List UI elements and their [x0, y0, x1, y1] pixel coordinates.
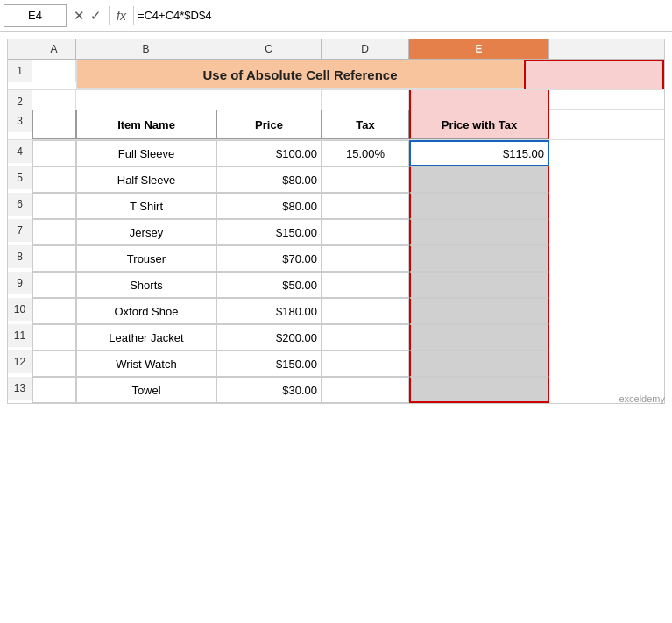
cell-item-12[interactable]: Wrist Watch — [76, 350, 216, 377]
row-header-12: 12 — [8, 350, 32, 373]
row-header-7: 7 — [8, 219, 32, 242]
row-5: 5 Half Sleeve $80.00 — [8, 166, 664, 193]
cell-pricetax-4[interactable]: $115.00 — [409, 140, 549, 166]
col-header-b[interactable]: B — [76, 39, 216, 59]
cell-pricetax-8[interactable] — [409, 245, 549, 272]
cell-tax-11[interactable] — [322, 324, 409, 350]
cell-price-5[interactable]: $80.00 — [216, 166, 322, 193]
header-item-name: Item Name — [76, 110, 216, 139]
col-header-a[interactable]: A — [32, 39, 76, 59]
cell-item-9[interactable]: Shorts — [76, 272, 216, 298]
cell-price-10[interactable]: $180.00 — [216, 298, 322, 324]
fx-label: fx — [113, 9, 130, 23]
row-8: 8 Trouser $70.00 — [8, 245, 664, 272]
cell-a8[interactable] — [32, 245, 76, 272]
cell-reference-box[interactable]: E4 — [4, 4, 67, 27]
row-header-9: 9 — [8, 272, 32, 294]
title-text: Use of Absolute Cell Reference — [202, 67, 397, 82]
row-1: 1 Use of Absolute Cell Reference — [8, 60, 664, 90]
cell-price-4[interactable]: $100.00 — [216, 140, 322, 166]
cell-e2[interactable] — [409, 90, 549, 110]
column-headers: A B C D E — [8, 39, 664, 60]
cell-pricetax-6[interactable] — [409, 193, 549, 219]
spreadsheet: A B C D E 1 Use of Absolute Cell Referen… — [7, 39, 665, 404]
cell-tax-6[interactable] — [322, 193, 409, 219]
col-header-c[interactable]: C — [216, 39, 322, 59]
cell-a3[interactable] — [32, 110, 76, 139]
cell-pricetax-11[interactable] — [409, 324, 549, 350]
row-header-11: 11 — [8, 324, 32, 347]
cell-item-4[interactable]: Full Sleeve — [76, 140, 216, 166]
title-cell: Use of Absolute Cell Reference — [76, 60, 524, 89]
cell-a5[interactable] — [32, 166, 76, 193]
row-12: 12 Wrist Watch $150.00 — [8, 350, 664, 377]
cell-price-9[interactable]: $50.00 — [216, 272, 322, 298]
row-header-3: 3 — [8, 110, 32, 132]
cell-a12[interactable] — [32, 350, 76, 377]
cell-a1[interactable] — [32, 60, 76, 82]
header-price-with-tax: Price with Tax — [409, 110, 549, 139]
cell-a13[interactable] — [32, 377, 76, 403]
cell-item-13[interactable]: Towel — [76, 377, 216, 403]
cell-item-10[interactable]: Oxford Shoe — [76, 298, 216, 324]
formula-input[interactable] — [138, 4, 668, 27]
formula-icons: ✕ ✓ — [70, 8, 105, 24]
cell-pricetax-5[interactable] — [409, 166, 549, 193]
row-header-10: 10 — [8, 298, 32, 321]
row-header-1: 1 — [8, 60, 32, 82]
cell-pricetax-9[interactable] — [409, 272, 549, 298]
row-9: 9 Shorts $50.00 — [8, 272, 664, 298]
cell-item-11[interactable]: Leather Jacket — [76, 324, 216, 350]
cell-price-13[interactable]: $30.00 — [216, 377, 322, 403]
header-price: Price — [216, 110, 322, 139]
formula-divider — [109, 6, 110, 25]
watermark: exceldemy — [619, 393, 665, 404]
cell-a10[interactable] — [32, 298, 76, 324]
cell-ref-label: E4 — [28, 9, 42, 22]
row-header-4: 4 — [8, 140, 32, 163]
cell-tax-7[interactable] — [322, 219, 409, 245]
cancel-icon[interactable]: ✕ — [74, 8, 85, 24]
cell-item-7[interactable]: Jersey — [76, 219, 216, 245]
row-11: 11 Leather Jacket $200.00 — [8, 324, 664, 350]
cell-pricetax-12[interactable] — [409, 350, 549, 377]
row-header-8: 8 — [8, 245, 32, 268]
cell-price-11[interactable]: $200.00 — [216, 324, 322, 350]
data-rows: 4 Full Sleeve $100.00 15.00% $115.00 5 H… — [8, 140, 664, 403]
cell-a11[interactable] — [32, 324, 76, 350]
cell-a6[interactable] — [32, 193, 76, 219]
cell-tax-8[interactable] — [322, 245, 409, 272]
cell-tax-5[interactable] — [322, 166, 409, 193]
col-header-e[interactable]: E — [409, 39, 549, 59]
row-2: 2 — [8, 90, 664, 110]
cell-tax-13[interactable] — [322, 377, 409, 403]
row-13: 13 Towel $30.00 — [8, 377, 664, 403]
formula-divider2 — [133, 6, 134, 25]
cell-price-6[interactable]: $80.00 — [216, 193, 322, 219]
cell-tax-4[interactable]: 15.00% — [322, 140, 409, 166]
cell-price-7[interactable]: $150.00 — [216, 219, 322, 245]
row-4: 4 Full Sleeve $100.00 15.00% $115.00 — [8, 140, 664, 166]
cell-item-8[interactable]: Trouser — [76, 245, 216, 272]
row-6: 6 T Shirt $80.00 — [8, 193, 664, 219]
row-header-13: 13 — [8, 377, 32, 400]
cell-tax-9[interactable] — [322, 272, 409, 298]
confirm-icon[interactable]: ✓ — [90, 8, 102, 24]
cell-price-8[interactable]: $70.00 — [216, 245, 322, 272]
cell-pricetax-10[interactable] — [409, 298, 549, 324]
cell-e1[interactable] — [524, 60, 664, 89]
cell-pricetax-13[interactable] — [409, 377, 549, 403]
cell-item-5[interactable]: Half Sleeve — [76, 166, 216, 193]
cell-a9[interactable] — [32, 272, 76, 298]
row-3: 3 Item Name Price Tax Price with Tax — [8, 110, 664, 140]
cell-a7[interactable] — [32, 219, 76, 245]
cell-tax-10[interactable] — [322, 298, 409, 324]
cell-price-12[interactable]: $150.00 — [216, 350, 322, 377]
cell-a4[interactable] — [32, 140, 76, 166]
col-header-d[interactable]: D — [322, 39, 409, 59]
corner-cell — [8, 39, 32, 59]
cell-tax-12[interactable] — [322, 350, 409, 377]
cell-item-6[interactable]: T Shirt — [76, 193, 216, 219]
cell-pricetax-7[interactable] — [409, 219, 549, 245]
header-tax: Tax — [322, 110, 409, 139]
